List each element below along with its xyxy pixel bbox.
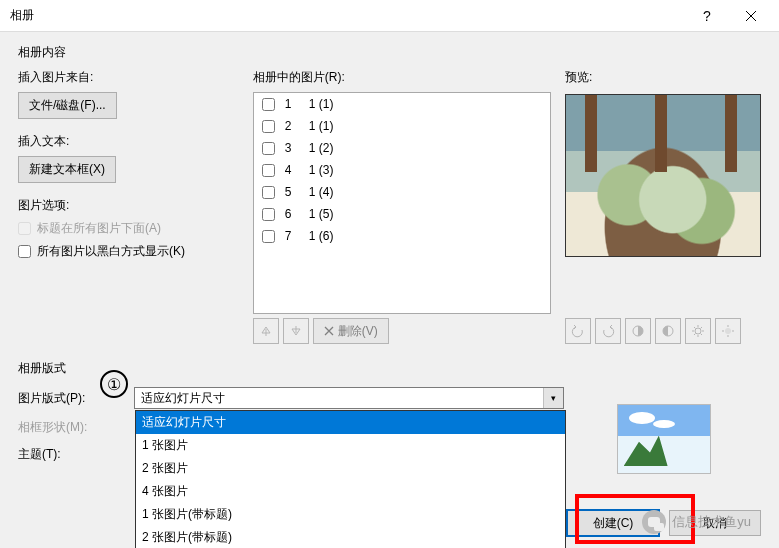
layout-thumbnail xyxy=(617,404,711,474)
pic-layout-value: 适应幻灯片尺寸 xyxy=(135,390,543,407)
list-item-checkbox[interactable] xyxy=(262,98,275,111)
pic-in-album-label: 相册中的图片(R): xyxy=(253,69,551,86)
dialog-title: 相册 xyxy=(10,7,685,24)
move-up-button[interactable] xyxy=(253,318,279,344)
content-grid: 插入图片来自: 文件/磁盘(F)... 插入文本: 新建文本框(X) 图片选项:… xyxy=(18,69,761,344)
bw-checkbox-label: 所有图片以黑白方式显示(K) xyxy=(37,243,185,260)
section-layout-label: 相册版式 xyxy=(18,360,761,377)
bw-checkbox[interactable] xyxy=(18,245,31,258)
insert-text-label: 插入文本: xyxy=(18,133,239,150)
dialog-body: 相册内容 插入图片来自: 文件/磁盘(F)... 插入文本: 新建文本框(X) … xyxy=(0,32,779,548)
delete-button-label: 删除(V) xyxy=(338,323,378,340)
theme-label: 主题(T): xyxy=(18,446,134,463)
dropdown-option[interactable]: 4 张图片 xyxy=(136,480,565,503)
create-button[interactable]: 创建(C) xyxy=(567,510,659,536)
dropdown-option[interactable]: 1 张图片(带标题) xyxy=(136,503,565,526)
brightness-up-button[interactable] xyxy=(685,318,711,344)
column-middle: 相册中的图片(R): 11 (1) 21 (1) 31 (2) 41 (3) 5… xyxy=(253,69,551,344)
caption-checkbox-row: 标题在所有图片下面(A) xyxy=(18,220,239,237)
dropdown-option[interactable]: 适应幻灯片尺寸 xyxy=(136,411,565,434)
dropdown-option[interactable]: 1 张图片 xyxy=(136,434,565,457)
picture-listbox[interactable]: 11 (1) 21 (1) 31 (2) 41 (3) 51 (4) 61 (5… xyxy=(253,92,551,314)
list-item-checkbox[interactable] xyxy=(262,208,275,221)
options-label: 图片选项: xyxy=(18,197,239,214)
list-item[interactable]: 21 (1) xyxy=(254,115,550,137)
brightness-down-button[interactable] xyxy=(715,318,741,344)
column-left: 插入图片来自: 文件/磁盘(F)... 插入文本: 新建文本框(X) 图片选项:… xyxy=(18,69,239,344)
preview-toolbar xyxy=(565,318,761,344)
list-item-checkbox[interactable] xyxy=(262,164,275,177)
list-item[interactable]: 11 (1) xyxy=(254,93,550,115)
caption-checkbox xyxy=(18,222,31,235)
list-item-checkbox[interactable] xyxy=(262,230,275,243)
column-right: 预览: xyxy=(565,69,761,344)
list-item[interactable]: 31 (2) xyxy=(254,137,550,159)
svg-point-5 xyxy=(725,328,731,334)
list-item-checkbox[interactable] xyxy=(262,186,275,199)
annotation-marker: ① xyxy=(100,370,128,398)
close-button[interactable] xyxy=(729,1,773,31)
preview-panel xyxy=(565,94,761,257)
list-item-checkbox[interactable] xyxy=(262,120,275,133)
list-item[interactable]: 41 (3) xyxy=(254,159,550,181)
chevron-down-icon: ▾ xyxy=(543,388,563,408)
frame-shape-label: 相框形状(M): xyxy=(18,419,134,436)
list-item[interactable]: 71 (6) xyxy=(254,225,550,247)
file-disk-button[interactable]: 文件/磁盘(F)... xyxy=(18,92,117,119)
preview-label: 预览: xyxy=(565,69,761,86)
dropdown-option[interactable]: 2 张图片 xyxy=(136,457,565,480)
pic-layout-dropdown: 适应幻灯片尺寸 1 张图片 2 张图片 4 张图片 1 张图片(带标题) 2 张… xyxy=(135,410,566,548)
list-item[interactable]: 61 (5) xyxy=(254,203,550,225)
section-content-label: 相册内容 xyxy=(18,44,761,61)
list-item-checkbox[interactable] xyxy=(262,142,275,155)
help-button[interactable]: ? xyxy=(685,1,729,31)
insert-from-label: 插入图片来自: xyxy=(18,69,239,86)
delete-button[interactable]: 删除(V) xyxy=(313,318,389,344)
preview-photo xyxy=(566,95,760,256)
dropdown-option[interactable]: 2 张图片(带标题) xyxy=(136,526,565,548)
x-icon xyxy=(324,326,334,336)
titlebar: 相册 ? xyxy=(0,0,779,32)
contrast-down-button[interactable] xyxy=(655,318,681,344)
pic-layout-combo[interactable]: 适应幻灯片尺寸 ▾ 适应幻灯片尺寸 1 张图片 2 张图片 4 张图片 1 张图… xyxy=(134,387,564,409)
bw-checkbox-row[interactable]: 所有图片以黑白方式显示(K) xyxy=(18,243,239,260)
caption-checkbox-label: 标题在所有图片下面(A) xyxy=(37,220,161,237)
rotate-left-button[interactable] xyxy=(565,318,591,344)
new-textbox-button[interactable]: 新建文本框(X) xyxy=(18,156,116,183)
footer: 创建(C) 取消 xyxy=(567,510,761,536)
contrast-up-button[interactable] xyxy=(625,318,651,344)
move-down-button[interactable] xyxy=(283,318,309,344)
list-item[interactable]: 51 (4) xyxy=(254,181,550,203)
list-toolbar: 删除(V) xyxy=(253,318,551,344)
cancel-button[interactable]: 取消 xyxy=(669,510,761,536)
rotate-right-button[interactable] xyxy=(595,318,621,344)
svg-point-4 xyxy=(695,328,701,334)
